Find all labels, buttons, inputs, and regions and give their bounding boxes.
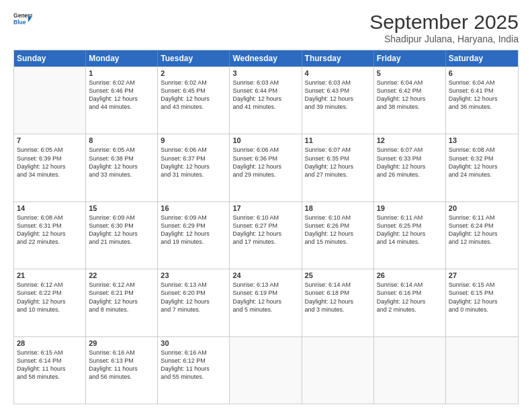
day-info: Sunrise: 6:10 AM Sunset: 6:26 PM Dayligh…	[305, 214, 371, 246]
calendar-cell	[14, 67, 86, 134]
calendar-cell: 14Sunrise: 6:08 AM Sunset: 6:31 PM Dayli…	[14, 202, 86, 269]
day-number: 1	[89, 69, 154, 77]
calendar-week-1: 1Sunrise: 6:02 AM Sunset: 6:46 PM Daylig…	[14, 66, 518, 134]
day-info: Sunrise: 6:05 AM Sunset: 6:39 PM Dayligh…	[17, 146, 83, 179]
calendar-cell	[302, 337, 374, 404]
day-number: 6	[449, 69, 515, 77]
day-info: Sunrise: 6:12 AM Sunset: 6:22 PM Dayligh…	[17, 281, 83, 314]
calendar-cell: 12Sunrise: 6:07 AM Sunset: 6:33 PM Dayli…	[374, 134, 446, 201]
logo: General Blue	[13, 11, 32, 30]
day-number: 9	[161, 136, 226, 144]
day-info: Sunrise: 6:14 AM Sunset: 6:18 PM Dayligh…	[305, 281, 371, 314]
calendar-cell: 23Sunrise: 6:13 AM Sunset: 6:20 PM Dayli…	[158, 269, 230, 336]
day-number: 12	[377, 136, 443, 144]
calendar-week-2: 7Sunrise: 6:05 AM Sunset: 6:39 PM Daylig…	[14, 134, 518, 201]
calendar-cell: 8Sunrise: 6:05 AM Sunset: 6:38 PM Daylig…	[86, 134, 158, 201]
svg-text:Blue: Blue	[13, 19, 26, 26]
day-info: Sunrise: 6:16 AM Sunset: 6:12 PM Dayligh…	[161, 349, 226, 381]
calendar-cell: 21Sunrise: 6:12 AM Sunset: 6:22 PM Dayli…	[14, 269, 86, 336]
page: General Blue September 2025 Shadipur Jul…	[0, 0, 532, 411]
day-info: Sunrise: 6:07 AM Sunset: 6:33 PM Dayligh…	[377, 146, 443, 179]
day-info: Sunrise: 6:11 AM Sunset: 6:24 PM Dayligh…	[449, 214, 515, 246]
calendar-cell	[230, 337, 302, 404]
calendar-cell: 26Sunrise: 6:14 AM Sunset: 6:16 PM Dayli…	[374, 269, 446, 336]
month-title: September 2025	[369, 11, 519, 34]
day-number: 2	[161, 69, 226, 77]
calendar-body: 1Sunrise: 6:02 AM Sunset: 6:46 PM Daylig…	[14, 66, 518, 404]
calendar-cell: 6Sunrise: 6:04 AM Sunset: 6:41 PM Daylig…	[446, 67, 518, 134]
day-info: Sunrise: 6:06 AM Sunset: 6:36 PM Dayligh…	[232, 146, 298, 179]
day-info: Sunrise: 6:02 AM Sunset: 6:45 PM Dayligh…	[161, 79, 226, 111]
day-info: Sunrise: 6:12 AM Sunset: 6:21 PM Dayligh…	[89, 281, 154, 314]
calendar: SundayMondayTuesdayWednesdayThursdayFrid…	[13, 50, 519, 404]
day-info: Sunrise: 6:11 AM Sunset: 6:25 PM Dayligh…	[377, 214, 443, 246]
day-number: 27	[449, 271, 515, 279]
day-info: Sunrise: 6:16 AM Sunset: 6:13 PM Dayligh…	[89, 349, 154, 381]
day-info: Sunrise: 6:14 AM Sunset: 6:16 PM Dayligh…	[377, 281, 443, 314]
day-number: 7	[17, 136, 83, 144]
calendar-cell	[374, 337, 446, 404]
title-block: September 2025 Shadipur Julana, Haryana,…	[369, 11, 519, 44]
location-subtitle: Shadipur Julana, Haryana, India	[369, 34, 519, 44]
day-info: Sunrise: 6:05 AM Sunset: 6:38 PM Dayligh…	[89, 146, 154, 179]
calendar-cell: 28Sunrise: 6:15 AM Sunset: 6:14 PM Dayli…	[14, 337, 86, 404]
day-number: 23	[161, 271, 226, 279]
day-number: 13	[449, 136, 515, 144]
day-number: 25	[305, 271, 371, 279]
day-number: 8	[89, 136, 154, 144]
calendar-week-5: 28Sunrise: 6:15 AM Sunset: 6:14 PM Dayli…	[14, 336, 518, 404]
day-number: 21	[17, 271, 83, 279]
calendar-cell: 5Sunrise: 6:04 AM Sunset: 6:42 PM Daylig…	[374, 67, 446, 134]
calendar-cell: 18Sunrise: 6:10 AM Sunset: 6:26 PM Dayli…	[302, 202, 374, 269]
day-info: Sunrise: 6:09 AM Sunset: 6:29 PM Dayligh…	[161, 214, 226, 246]
calendar-cell: 1Sunrise: 6:02 AM Sunset: 6:46 PM Daylig…	[86, 67, 158, 134]
day-info: Sunrise: 6:03 AM Sunset: 6:43 PM Dayligh…	[305, 79, 371, 111]
header-cell-saturday: Saturday	[446, 50, 518, 66]
day-info: Sunrise: 6:15 AM Sunset: 6:15 PM Dayligh…	[449, 281, 515, 314]
header-cell-monday: Monday	[86, 50, 158, 66]
day-info: Sunrise: 6:13 AM Sunset: 6:19 PM Dayligh…	[232, 281, 298, 314]
calendar-cell: 17Sunrise: 6:10 AM Sunset: 6:27 PM Dayli…	[230, 202, 302, 269]
day-number: 24	[232, 271, 298, 279]
calendar-cell: 20Sunrise: 6:11 AM Sunset: 6:24 PM Dayli…	[446, 202, 518, 269]
day-info: Sunrise: 6:10 AM Sunset: 6:27 PM Dayligh…	[232, 214, 298, 246]
day-number: 18	[305, 204, 371, 212]
day-info: Sunrise: 6:04 AM Sunset: 6:42 PM Dayligh…	[377, 79, 443, 111]
calendar-cell: 3Sunrise: 6:03 AM Sunset: 6:44 PM Daylig…	[230, 67, 302, 134]
day-info: Sunrise: 6:02 AM Sunset: 6:46 PM Dayligh…	[89, 79, 154, 111]
day-info: Sunrise: 6:08 AM Sunset: 6:32 PM Dayligh…	[449, 146, 515, 179]
day-number: 3	[232, 69, 298, 77]
day-info: Sunrise: 6:03 AM Sunset: 6:44 PM Dayligh…	[232, 79, 298, 111]
calendar-cell: 25Sunrise: 6:14 AM Sunset: 6:18 PM Dayli…	[302, 269, 374, 336]
day-number: 26	[377, 271, 443, 279]
calendar-cell: 7Sunrise: 6:05 AM Sunset: 6:39 PM Daylig…	[14, 134, 86, 201]
calendar-cell: 15Sunrise: 6:09 AM Sunset: 6:30 PM Dayli…	[86, 202, 158, 269]
calendar-week-3: 14Sunrise: 6:08 AM Sunset: 6:31 PM Dayli…	[14, 201, 518, 269]
day-number: 10	[232, 136, 298, 144]
header-cell-friday: Friday	[374, 50, 446, 66]
day-number: 19	[377, 204, 443, 212]
calendar-cell: 27Sunrise: 6:15 AM Sunset: 6:15 PM Dayli…	[446, 269, 518, 336]
day-number: 17	[232, 204, 298, 212]
day-info: Sunrise: 6:04 AM Sunset: 6:41 PM Dayligh…	[449, 79, 515, 111]
day-number: 11	[305, 136, 371, 144]
day-number: 29	[89, 339, 154, 347]
calendar-header-row: SundayMondayTuesdayWednesdayThursdayFrid…	[14, 50, 518, 66]
calendar-cell: 24Sunrise: 6:13 AM Sunset: 6:19 PM Dayli…	[230, 269, 302, 336]
day-number: 20	[449, 204, 515, 212]
calendar-week-4: 21Sunrise: 6:12 AM Sunset: 6:22 PM Dayli…	[14, 269, 518, 336]
day-info: Sunrise: 6:07 AM Sunset: 6:35 PM Dayligh…	[305, 146, 371, 179]
calendar-cell: 10Sunrise: 6:06 AM Sunset: 6:36 PM Dayli…	[230, 134, 302, 201]
header-cell-thursday: Thursday	[302, 50, 374, 66]
day-number: 22	[89, 271, 154, 279]
calendar-cell: 19Sunrise: 6:11 AM Sunset: 6:25 PM Dayli…	[374, 202, 446, 269]
calendar-cell: 29Sunrise: 6:16 AM Sunset: 6:13 PM Dayli…	[86, 337, 158, 404]
day-number: 4	[305, 69, 371, 77]
day-number: 5	[377, 69, 443, 77]
calendar-cell: 11Sunrise: 6:07 AM Sunset: 6:35 PM Dayli…	[302, 134, 374, 201]
day-info: Sunrise: 6:13 AM Sunset: 6:20 PM Dayligh…	[161, 281, 226, 314]
calendar-cell	[446, 337, 518, 404]
header-cell-tuesday: Tuesday	[158, 50, 230, 66]
calendar-cell: 16Sunrise: 6:09 AM Sunset: 6:29 PM Dayli…	[158, 202, 230, 269]
calendar-cell: 30Sunrise: 6:16 AM Sunset: 6:12 PM Dayli…	[158, 337, 230, 404]
